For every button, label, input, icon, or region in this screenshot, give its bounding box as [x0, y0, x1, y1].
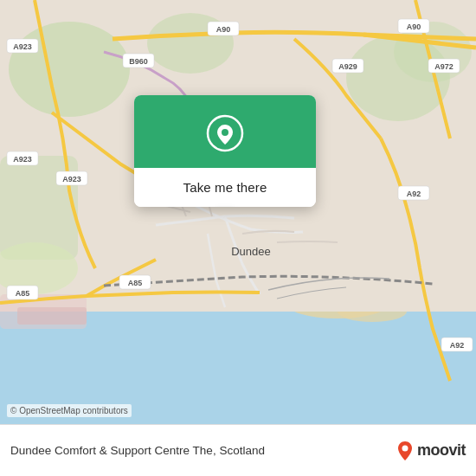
osm-attribution: © OpenStreetMap contributors: [7, 404, 132, 417]
location-pin-icon: [206, 114, 244, 152]
svg-text:A929: A929: [338, 62, 357, 71]
svg-point-4: [9, 22, 130, 117]
bottom-bar: Dundee Comfort & Support Centre The, Sco…: [0, 424, 476, 476]
svg-text:A85: A85: [128, 279, 143, 287]
moovit-text: moovit: [417, 441, 466, 460]
svg-text:A92: A92: [450, 341, 465, 350]
svg-text:A92: A92: [407, 190, 421, 198]
location-name: Dundee Comfort & Support Centre The, Sco…: [10, 444, 389, 457]
svg-text:A90: A90: [407, 23, 421, 31]
take-me-there-button[interactable]: Take me there: [134, 168, 316, 207]
svg-text:A923: A923: [62, 175, 81, 183]
svg-text:A923: A923: [13, 155, 32, 164]
popup-card: Take me there: [134, 95, 316, 207]
svg-text:A90: A90: [216, 25, 231, 34]
svg-rect-11: [17, 307, 87, 325]
moovit-pin-icon: [396, 441, 414, 461]
svg-point-39: [402, 445, 408, 451]
moovit-logo: moovit: [396, 441, 466, 461]
svg-point-38: [222, 129, 228, 136]
svg-text:A972: A972: [434, 62, 453, 71]
popup-icon-area: [134, 95, 316, 168]
svg-text:A85: A85: [16, 289, 30, 298]
svg-text:A923: A923: [13, 42, 32, 51]
svg-text:B960: B960: [129, 57, 148, 66]
svg-text:Dundee: Dundee: [231, 245, 271, 258]
map-container: A923 A923 A923 A90 A90 A929 A972 A92 A92…: [0, 0, 476, 424]
